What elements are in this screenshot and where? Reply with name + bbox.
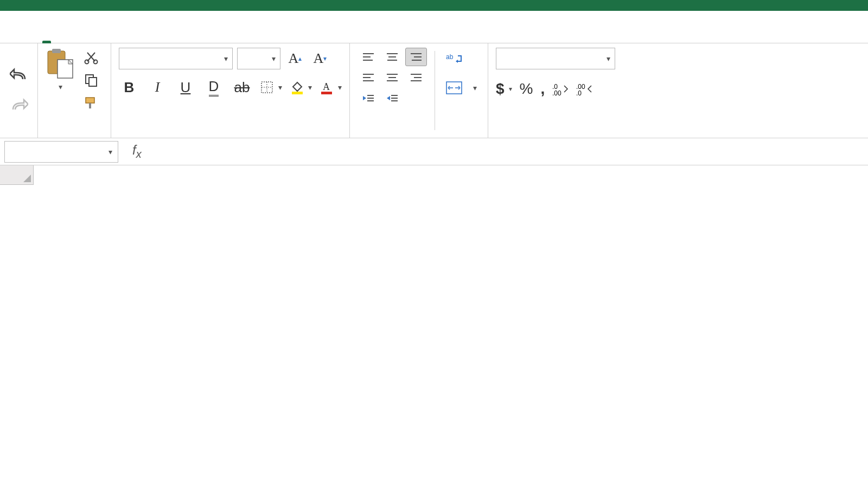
align-top-left[interactable] bbox=[358, 48, 379, 66]
paintbrush-icon bbox=[84, 95, 99, 111]
undo-button[interactable] bbox=[8, 65, 30, 86]
increase-font-button[interactable]: A▴ bbox=[285, 48, 305, 69]
paste-button[interactable] bbox=[46, 48, 75, 80]
decrease-indent[interactable] bbox=[358, 89, 379, 107]
merge-icon bbox=[446, 81, 462, 94]
tab-insert[interactable] bbox=[74, 31, 78, 43]
percent-format-button[interactable]: % bbox=[520, 80, 533, 98]
bucket-icon bbox=[290, 80, 304, 94]
fill-color-button[interactable]: ▾ bbox=[290, 80, 312, 94]
svg-text:.00: .00 bbox=[552, 89, 561, 95]
format-painter-button[interactable] bbox=[84, 95, 103, 111]
strikethrough-button[interactable]: ab bbox=[232, 77, 252, 98]
font-color-button[interactable]: A ▾ bbox=[320, 80, 342, 94]
svg-rect-40 bbox=[446, 82, 462, 94]
group-label-clipboard bbox=[46, 133, 103, 136]
tab-draw[interactable] bbox=[103, 31, 107, 43]
number-format-select[interactable]: ▾ bbox=[496, 48, 615, 69]
group-label-number bbox=[496, 133, 615, 136]
svg-rect-7 bbox=[86, 98, 94, 103]
border-icon bbox=[260, 80, 274, 94]
align-top-right[interactable] bbox=[405, 48, 427, 66]
underline-button[interactable]: U bbox=[175, 77, 196, 98]
italic-button[interactable]: I bbox=[147, 77, 168, 98]
wrap-text-button[interactable]: ab bbox=[443, 48, 480, 72]
svg-rect-12 bbox=[292, 92, 303, 94]
tab-formulas[interactable] bbox=[162, 31, 166, 43]
align-middle-right[interactable] bbox=[405, 68, 427, 87]
group-number: ▾ $▾ % , .0.00 .00.0 bbox=[488, 43, 623, 138]
align-top-center[interactable] bbox=[381, 48, 403, 66]
svg-text:A: A bbox=[323, 81, 330, 92]
decrease-decimal-button[interactable]: .00.0 bbox=[576, 82, 592, 95]
decrease-decimal-icon: .00.0 bbox=[576, 82, 592, 95]
select-all-corner[interactable] bbox=[0, 165, 34, 185]
copy-icon bbox=[84, 73, 99, 88]
svg-point-4 bbox=[94, 60, 98, 64]
wrap-text-icon: ab bbox=[446, 53, 462, 67]
fx-icon[interactable]: fx bbox=[123, 143, 151, 160]
comma-format-button[interactable]: , bbox=[540, 80, 545, 98]
merge-center-button[interactable]: ▾ bbox=[443, 76, 480, 100]
borders-button[interactable]: ▾ bbox=[260, 80, 282, 94]
svg-text:.0: .0 bbox=[576, 89, 582, 95]
double-underline-button[interactable]: D bbox=[203, 77, 224, 98]
group-label-alignment bbox=[358, 133, 480, 136]
ribbon: ▾ bbox=[0, 43, 868, 138]
svg-rect-8 bbox=[89, 103, 91, 108]
tab-data[interactable] bbox=[191, 31, 195, 43]
tab-home[interactable] bbox=[44, 31, 49, 43]
accounting-format-button[interactable]: $▾ bbox=[496, 80, 512, 98]
font-size-select[interactable]: ▾ bbox=[237, 48, 280, 69]
scissors-icon bbox=[84, 50, 99, 65]
svg-rect-6 bbox=[89, 78, 97, 86]
increase-indent[interactable] bbox=[381, 89, 403, 107]
increase-decimal-icon: .0.00 bbox=[552, 82, 569, 95]
svg-text:ab: ab bbox=[446, 53, 454, 61]
tab-page-layout[interactable] bbox=[132, 31, 137, 43]
cut-button[interactable] bbox=[84, 50, 103, 65]
title-bar bbox=[0, 0, 868, 11]
increase-decimal-button[interactable]: .0.00 bbox=[552, 82, 569, 95]
tab-automate[interactable] bbox=[279, 31, 283, 43]
align-spacer bbox=[405, 89, 427, 107]
spreadsheet-grid[interactable] bbox=[0, 165, 868, 185]
group-font: ▾ ▾ A▴ A▾ B I U D ab ▾ ▾ bbox=[111, 43, 350, 138]
formula-bar: ▾ fx bbox=[0, 138, 868, 165]
name-box[interactable]: ▾ bbox=[4, 141, 118, 163]
bold-button[interactable]: B bbox=[119, 77, 139, 98]
svg-rect-1 bbox=[52, 49, 61, 53]
font-name-select[interactable]: ▾ bbox=[119, 48, 233, 69]
tab-review[interactable] bbox=[220, 31, 225, 43]
align-middle-left[interactable] bbox=[358, 68, 379, 87]
ribbon-tabs bbox=[0, 11, 868, 43]
copy-button[interactable] bbox=[84, 73, 103, 88]
group-clipboard: ▾ bbox=[38, 43, 111, 138]
decrease-font-button[interactable]: A▾ bbox=[310, 48, 330, 69]
group-alignment: ab ▾ bbox=[350, 43, 488, 138]
tab-view[interactable] bbox=[250, 31, 254, 43]
group-label-font bbox=[119, 133, 342, 136]
group-undo bbox=[0, 43, 38, 138]
redo-button[interactable] bbox=[8, 95, 30, 116]
font-color-icon: A bbox=[320, 80, 334, 94]
paste-dropdown[interactable]: ▾ bbox=[59, 82, 62, 91]
align-middle-center[interactable] bbox=[381, 68, 403, 87]
tab-file[interactable] bbox=[15, 31, 20, 43]
tab-help[interactable] bbox=[308, 31, 312, 43]
svg-rect-14 bbox=[321, 92, 332, 94]
svg-point-3 bbox=[85, 60, 89, 64]
